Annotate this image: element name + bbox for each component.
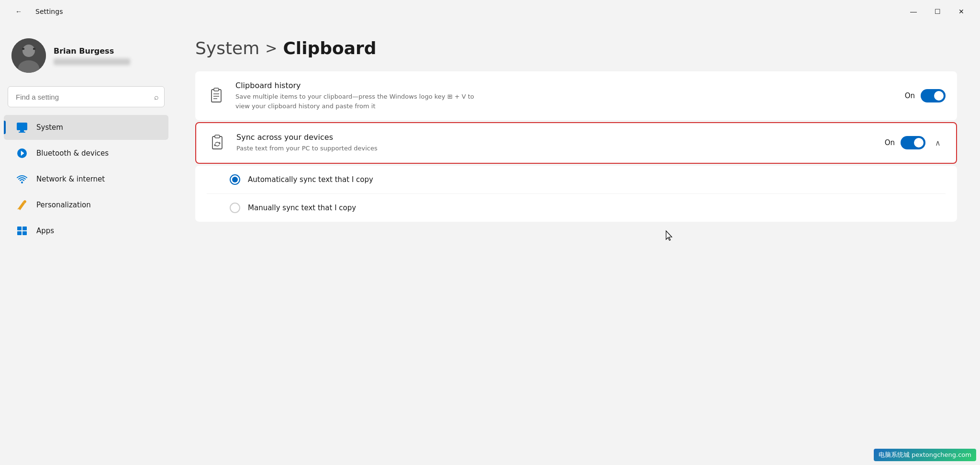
page-title: Clipboard	[283, 38, 376, 58]
svg-rect-4	[33, 48, 35, 50]
app-layout: Brian Burgess ⌕ System	[0, 23, 980, 465]
radio-option-manual[interactable]: Manually sync text that I copy	[195, 194, 957, 222]
window-controls: — ☐ ✕	[902, 4, 972, 19]
avatar	[11, 38, 46, 73]
titlebar: ← Settings — ☐ ✕	[0, 0, 980, 23]
sync-devices-expand-button[interactable]: ∧	[931, 136, 945, 149]
svg-rect-12	[17, 231, 22, 235]
network-icon	[15, 172, 29, 186]
radio-auto-circle[interactable]	[230, 174, 240, 185]
sidebar-item-network-label: Network & internet	[36, 175, 105, 183]
clipboard-history-desc: Save multiple items to your clipboard—pr…	[235, 92, 484, 111]
sync-devices-desc: Paste text from your PC to supported dev…	[236, 144, 485, 153]
search-icon: ⌕	[154, 92, 159, 102]
clipboard-history-toggle-label: On	[905, 91, 915, 100]
clipboard-history-title: Clipboard history	[235, 81, 895, 90]
sidebar-item-personalization[interactable]: Personalization	[4, 193, 168, 217]
sidebar-item-bluetooth-label: Bluetooth & devices	[36, 149, 109, 158]
svg-rect-13	[22, 231, 27, 235]
svg-rect-10	[17, 227, 22, 230]
user-profile: Brian Burgess	[0, 31, 172, 84]
sync-toggle-thumb	[914, 138, 924, 147]
titlebar-left: ← Settings	[8, 4, 63, 19]
sidebar: Brian Burgess ⌕ System	[0, 23, 172, 465]
close-button[interactable]: ✕	[950, 4, 972, 19]
svg-rect-11	[22, 227, 27, 230]
sync-devices-card: Sync across your devices Paste text from…	[195, 122, 957, 164]
sidebar-item-bluetooth[interactable]: Bluetooth & devices	[4, 141, 168, 166]
sidebar-item-personalization-label: Personalization	[36, 201, 91, 209]
search-input[interactable]	[8, 86, 165, 107]
sync-devices-title: Sync across your devices	[236, 133, 875, 142]
user-name: Brian Burgess	[54, 46, 130, 56]
clipboard-history-toggle[interactable]	[921, 89, 946, 102]
system-icon	[15, 121, 29, 134]
clipboard-history-row: Clipboard history Save multiple items to…	[195, 71, 957, 120]
avatar-image	[11, 38, 46, 73]
sync-devices-row: Sync across your devices Paste text from…	[196, 123, 956, 163]
svg-rect-3	[22, 48, 24, 50]
watermark: 电脑系统城 pextongcheng.com	[874, 449, 976, 461]
user-email	[54, 58, 130, 65]
radio-auto-label: Automatically sync text that I copy	[248, 175, 373, 184]
radio-manual-circle[interactable]	[230, 203, 240, 213]
breadcrumb-parent: System	[195, 38, 259, 58]
back-button[interactable]: ←	[8, 4, 30, 19]
search-box: ⌕	[8, 86, 165, 107]
sidebar-item-apps-label: Apps	[36, 227, 54, 235]
sync-devices-toggle-label: On	[885, 138, 895, 147]
minimize-button[interactable]: —	[902, 4, 924, 19]
clipboard-history-card: Clipboard history Save multiple items to…	[195, 71, 957, 120]
clipboard-history-text: Clipboard history Save multiple items to…	[235, 81, 895, 111]
svg-point-9	[21, 181, 23, 183]
svg-point-1	[22, 45, 35, 57]
radio-manual-label: Manually sync text that I copy	[248, 204, 356, 212]
sync-devices-toggle[interactable]	[901, 136, 925, 149]
bluetooth-icon	[15, 147, 29, 160]
main-content: System > Clipboard Clipboard h	[172, 23, 980, 465]
svg-rect-20	[215, 135, 220, 138]
svg-rect-6	[20, 130, 24, 132]
toggle-thumb	[934, 91, 944, 101]
sidebar-item-network[interactable]: Network & internet	[4, 167, 168, 192]
radio-option-auto[interactable]: Automatically sync text that I copy	[195, 166, 957, 193]
svg-rect-5	[17, 123, 27, 130]
page-header: System > Clipboard	[195, 38, 957, 58]
sync-devices-text: Sync across your devices Paste text from…	[236, 133, 875, 153]
maximize-button[interactable]: ☐	[926, 4, 948, 19]
clipboard-history-control: On	[905, 89, 946, 102]
breadcrumb-separator: >	[265, 40, 277, 57]
sync-devices-icon	[208, 133, 227, 152]
radio-options-card: Automatically sync text that I copy Manu…	[195, 166, 957, 222]
svg-rect-7	[19, 132, 25, 133]
svg-rect-15	[214, 88, 219, 91]
svg-rect-19	[212, 136, 222, 149]
sidebar-item-apps[interactable]: Apps	[4, 218, 168, 243]
app-title: Settings	[35, 8, 63, 15]
sidebar-item-system-label: System	[36, 123, 63, 132]
sync-devices-control: On ∧	[885, 136, 945, 149]
personalization-icon	[15, 198, 29, 212]
breadcrumb: System > Clipboard	[195, 38, 957, 58]
svg-rect-14	[212, 90, 221, 102]
apps-icon	[15, 224, 29, 238]
clipboard-history-icon	[207, 86, 226, 105]
user-info: Brian Burgess	[54, 46, 130, 65]
sidebar-item-system[interactable]: System	[4, 115, 168, 140]
